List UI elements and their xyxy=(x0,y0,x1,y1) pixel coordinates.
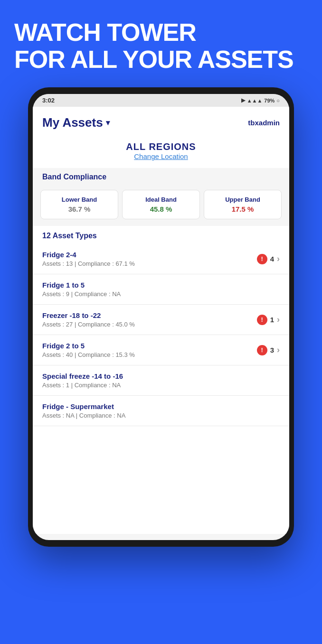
alert-badge: ! xyxy=(257,345,267,355)
lower-band-card: Lower Band 36.7 % xyxy=(40,190,118,219)
band-cards-container: Lower Band 36.7 % Ideal Band 45.8 % Uppe… xyxy=(33,185,289,226)
asset-item-meta: Assets : 13 | Compliance : 67.1 % xyxy=(42,260,257,267)
lower-band-title: Lower Band xyxy=(45,196,114,203)
ideal-band-value: 45.8 % xyxy=(126,205,196,213)
status-icons: ▶ ▲▲▲ 79% ○ xyxy=(241,97,280,103)
upper-band-value: 17.5 % xyxy=(208,205,277,213)
app-header: My Assets ▾ tbxadmin xyxy=(33,107,289,137)
alert-badge: ! xyxy=(257,254,267,264)
asset-item-meta: Assets : NA | Compliance : NA xyxy=(42,412,280,419)
asset-list-item[interactable]: Fridge 2 to 5Assets : 40 | Compliance : … xyxy=(33,335,289,365)
asset-item-name: Fridge 2-4 xyxy=(42,251,257,259)
battery-icon: ○ xyxy=(276,98,280,103)
app-title-container: My Assets ▾ xyxy=(42,115,110,130)
chevron-right-icon: › xyxy=(277,345,280,355)
app-content: My Assets ▾ tbxadmin ALL REGIONS Change … xyxy=(33,107,289,534)
phone-frame: 3:02 ▶ ▲▲▲ 79% ○ My Assets ▾ tbxadmin AL… xyxy=(28,87,294,547)
asset-list: Fridge 2-4Assets : 13 | Compliance : 67.… xyxy=(33,244,289,426)
asset-item-name: Special freeze -14 to -16 xyxy=(42,372,280,380)
change-location-button[interactable]: Change Location xyxy=(42,152,280,160)
asset-types-header: 12 Asset Types xyxy=(33,226,289,244)
alert-badge: ! xyxy=(257,315,267,325)
asset-list-item[interactable]: Fridge 2-4Assets : 13 | Compliance : 67.… xyxy=(33,244,289,274)
asset-list-item[interactable]: Freezer -18 to -22Assets : 27 | Complian… xyxy=(33,305,289,335)
asset-item-name: Fridge 2 to 5 xyxy=(42,342,257,350)
admin-label: tbxadmin xyxy=(248,119,280,127)
alert-count: 3 xyxy=(270,346,274,354)
asset-list-item[interactable]: Fridge 1 to 5Assets : 9 | Compliance : N… xyxy=(33,274,289,305)
battery-text: 79% xyxy=(264,98,275,103)
chevron-right-icon: › xyxy=(277,315,280,325)
status-bar: 3:02 ▶ ▲▲▲ 79% ○ xyxy=(33,94,289,107)
signal-icon: ▲▲▲ xyxy=(247,98,263,103)
region-title: ALL REGIONS xyxy=(42,141,280,152)
lower-band-value: 36.7 % xyxy=(45,205,114,213)
alert-count: 1 xyxy=(270,316,274,324)
chevron-right-icon: › xyxy=(277,254,280,264)
asset-item-meta: Assets : 9 | Compliance : NA xyxy=(42,290,280,298)
asset-item-name: Freezer -18 to -22 xyxy=(42,311,257,319)
dropdown-arrow-icon[interactable]: ▾ xyxy=(106,118,110,127)
asset-item-meta: Assets : 40 | Compliance : 15.3 % xyxy=(42,351,257,358)
wifi-icon: ▶ xyxy=(241,97,245,103)
asset-list-item[interactable]: Fridge - SupermarketAssets : NA | Compli… xyxy=(33,396,289,426)
alert-count: 4 xyxy=(270,255,274,263)
hero-title: WATCH TOWER FOR ALL YOUR ASSETS xyxy=(9,19,313,73)
asset-item-name: Fridge - Supermarket xyxy=(42,402,280,411)
asset-list-item[interactable]: Special freeze -14 to -16Assets : 1 | Co… xyxy=(33,365,289,396)
region-section: ALL REGIONS Change Location xyxy=(33,137,289,168)
phone-screen: 3:02 ▶ ▲▲▲ 79% ○ My Assets ▾ tbxadmin AL… xyxy=(33,94,289,540)
asset-item-meta: Assets : 27 | Compliance : 45.0 % xyxy=(42,321,257,328)
ideal-band-card: Ideal Band 45.8 % xyxy=(122,190,200,219)
upper-band-title: Upper Band xyxy=(208,196,277,203)
upper-band-card: Upper Band 17.5 % xyxy=(204,190,282,219)
app-title-text: My Assets xyxy=(42,115,103,130)
asset-item-meta: Assets : 1 | Compliance : NA xyxy=(42,382,280,389)
status-time: 3:02 xyxy=(42,97,55,104)
band-compliance-label: Band Compliance xyxy=(33,168,289,185)
ideal-band-title: Ideal Band xyxy=(126,196,196,203)
asset-item-name: Fridge 1 to 5 xyxy=(42,281,280,289)
